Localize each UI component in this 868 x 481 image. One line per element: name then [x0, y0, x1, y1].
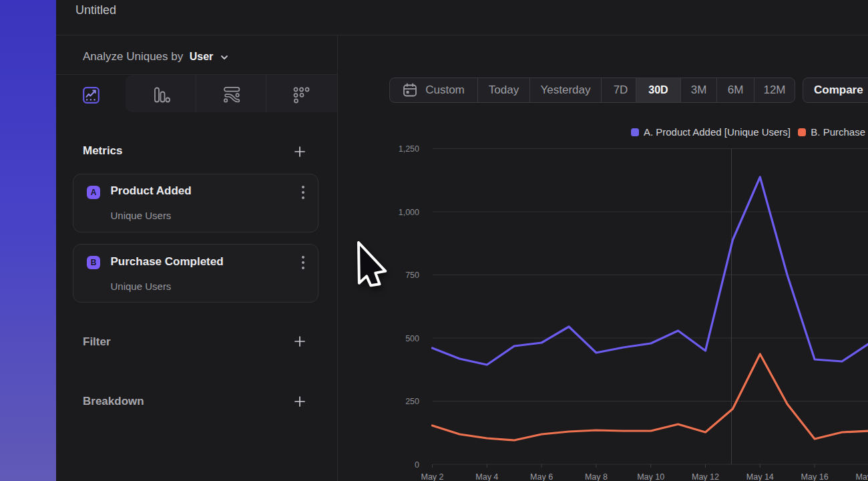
svg-text:May 12: May 12	[692, 472, 719, 481]
svg-text:0: 0	[415, 460, 419, 470]
svg-text:May 2: May 2	[421, 472, 443, 481]
svg-text:May 18: May 18	[855, 472, 868, 481]
svg-text:250: 250	[405, 397, 419, 406]
svg-text:May 14: May 14	[746, 472, 774, 481]
svg-text:500: 500	[405, 334, 419, 343]
svg-text:1,250: 1,250	[399, 144, 419, 154]
svg-text:May 16: May 16	[801, 472, 829, 481]
svg-text:May 4: May 4	[475, 472, 498, 481]
svg-text:May 10: May 10	[637, 472, 664, 481]
svg-text:May 6: May 6	[530, 472, 553, 481]
svg-text:May 8: May 8	[585, 472, 608, 481]
svg-text:1,000: 1,000	[399, 208, 419, 217]
svg-text:750: 750	[405, 271, 419, 280]
